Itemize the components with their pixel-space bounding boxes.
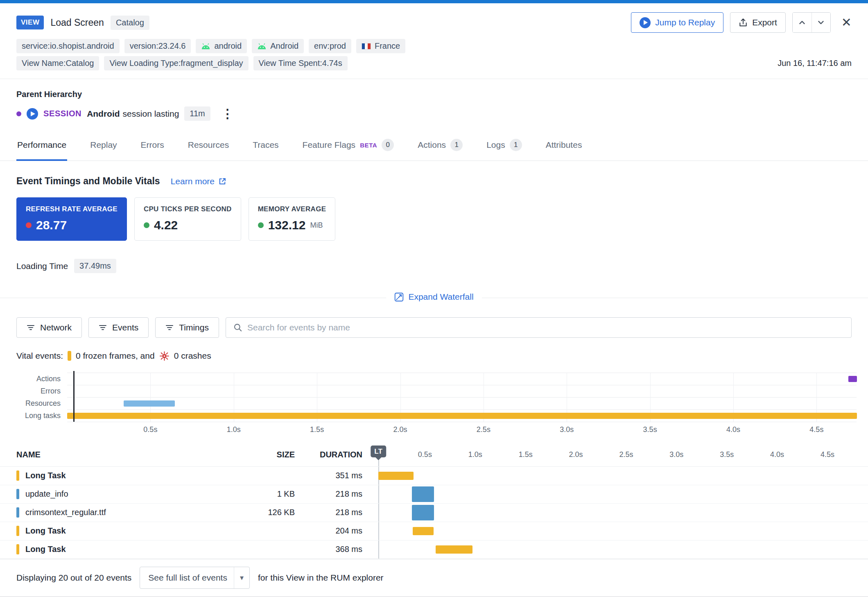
vital-events-summary: Vital events: 0 frozen frames, and 0 cra…: [0, 338, 868, 361]
search-box: [226, 317, 852, 338]
view-name-attr-tag[interactable]: View Name:Catalog: [16, 56, 99, 70]
tab-traces[interactable]: Traces: [252, 131, 279, 161]
jump-to-replay-label: Jump to Replay: [655, 18, 715, 27]
timeline-header: LT 0.5s1.0s1.5s2.0s2.5s3.0s3.5s4.0s4.5s: [375, 443, 852, 466]
event-name: Long Task: [25, 471, 66, 480]
metric-card-memory[interactable]: MEMORY AVERAGE 132.12 MiB: [249, 197, 336, 241]
tab-count-badge: 0: [382, 139, 394, 151]
event-name-cell: Long Task: [16, 470, 246, 481]
vital-events-label: Vital events:: [16, 351, 63, 361]
filter-icon: [27, 324, 35, 331]
vitals-cards: REFRESH RATE AVERAGE 28.77 CPU TICKS PER…: [0, 187, 868, 241]
tab-resources[interactable]: Resources: [187, 131, 230, 161]
event-type-badge: VIEW: [16, 16, 44, 29]
tab-performance[interactable]: Performance: [16, 131, 67, 161]
filter-network-button[interactable]: Network: [16, 317, 82, 338]
event-timeline-cell: [375, 467, 852, 485]
timeline-tick-label: 1.0s: [468, 450, 482, 459]
timeline-tick-label: 4.5s: [821, 450, 834, 459]
session-duration-tag: 11m: [184, 106, 210, 121]
event-duration: 351 ms: [295, 471, 362, 480]
table-row[interactable]: crimsontext_regular.ttf126 KB218 ms: [0, 504, 868, 522]
crash-icon: [159, 351, 170, 361]
export-button[interactable]: Export: [730, 12, 786, 33]
table-row[interactable]: Long Task351 ms: [0, 467, 868, 485]
learn-more-link[interactable]: Learn more: [171, 176, 226, 186]
mini-chart-tick-label: 4.5s: [809, 425, 823, 434]
previous-event-button[interactable]: [793, 13, 811, 32]
tab-count-badge: 1: [510, 139, 522, 151]
mini-chart-axis: 0.5s1.0s1.5s2.0s2.5s3.0s3.5s4.0s4.5s: [67, 422, 857, 436]
session-row[interactable]: SESSION Android session lasting 11m ⋮: [16, 106, 852, 121]
mini-chart-tick-label: 3.5s: [643, 425, 657, 434]
timeline-tick-label: 0.5s: [418, 450, 432, 459]
metric-card-cpu-ticks[interactable]: CPU TICKS PER SECOND 4.22: [134, 197, 241, 241]
mini-chart-bar: [124, 400, 175, 407]
session-dot-icon: [16, 111, 21, 116]
event-type-icon: [16, 507, 19, 518]
tab-attributes[interactable]: Attributes: [545, 131, 583, 161]
country-tag[interactable]: France: [356, 39, 405, 53]
service-tag[interactable]: service:io.shopist.android: [16, 39, 120, 53]
full-list-dropdown[interactable]: See full list of events ▾: [140, 567, 250, 589]
search-input[interactable]: [247, 323, 844, 332]
loading-time-label: Loading Time: [16, 261, 68, 271]
table-row[interactable]: update_info1 KB218 ms: [0, 485, 868, 504]
view-name-tag[interactable]: Catalog: [111, 16, 149, 30]
version-tag[interactable]: version:23.24.6: [124, 39, 191, 53]
event-duration: 368 ms: [295, 545, 362, 554]
column-header-duration: DURATION: [295, 450, 362, 459]
env-tag[interactable]: env:prod: [309, 39, 351, 53]
mini-chart-tick-label: 3.0s: [560, 425, 574, 434]
vitals-heading-row: Event Timings and Mobile Vitals Learn mo…: [0, 161, 868, 187]
filter-row: Network Events Timings: [0, 303, 868, 338]
tab-feature-flags[interactable]: Feature Flags BETA 0: [302, 131, 395, 161]
mini-timeline-chart: ActionsErrorsResourcesLong tasks 0.5s1.0…: [0, 361, 868, 436]
table-row[interactable]: Long Task204 ms: [0, 522, 868, 540]
tab-replay[interactable]: Replay: [89, 131, 118, 161]
timeline-tick-label: 3.5s: [720, 450, 734, 459]
mini-chart-tick-label: 1.0s: [227, 425, 241, 434]
export-label: Export: [752, 18, 777, 27]
tab-errors[interactable]: Errors: [140, 131, 165, 161]
tags-row-2: View Name:Catalog View Loading Type:frag…: [0, 53, 868, 70]
next-event-button[interactable]: [811, 13, 830, 32]
metric-card-refresh-rate[interactable]: REFRESH RATE AVERAGE 28.77: [16, 197, 127, 241]
event-duration-bar: [412, 486, 434, 502]
event-name: Long Task: [25, 526, 66, 536]
view-time-spent-tag[interactable]: View Time Spent:4.74s: [253, 56, 348, 70]
event-duration: 218 ms: [295, 508, 362, 517]
event-name-cell: Long Task: [16, 526, 246, 536]
mini-chart-row-labels: ActionsErrorsResourcesLong tasks: [16, 373, 67, 436]
close-button[interactable]: ✕: [841, 16, 852, 29]
event-timeline-cell: [375, 522, 852, 540]
session-replay-play-icon[interactable]: [27, 108, 38, 120]
source-tag[interactable]: android: [196, 39, 247, 53]
table-row[interactable]: Long Task368 ms: [0, 540, 868, 559]
event-size: 126 KB: [246, 508, 295, 517]
displaying-count-text: Displaying 20 out of 20 events: [16, 573, 131, 583]
tab-logs[interactable]: Logs 1: [486, 131, 523, 161]
search-icon: [233, 323, 242, 332]
play-icon: [640, 17, 651, 28]
column-header-name: NAME: [16, 450, 246, 459]
rum-event-detail-panel: VIEW Load Screen Catalog Jump to Replay …: [0, 0, 868, 597]
filter-events-button[interactable]: Events: [88, 317, 149, 338]
jump-to-replay-button[interactable]: Jump to Replay: [631, 12, 723, 33]
event-name-cell: crimsontext_regular.ttf: [16, 507, 246, 518]
mini-chart-tick-label: 4.0s: [726, 425, 740, 434]
tab-count-badge: 1: [450, 139, 463, 151]
view-loading-type-tag[interactable]: View Loading Type:fragment_display: [104, 56, 248, 70]
tab-actions[interactable]: Actions 1: [417, 131, 463, 161]
tags-row-1: service:io.shopist.android version:23.24…: [0, 36, 868, 53]
loading-time-tag[interactable]: 37.49ms: [74, 259, 116, 273]
mini-chart-row-label: Actions: [16, 373, 67, 385]
event-size: 1 KB: [246, 489, 295, 499]
expand-waterfall-link[interactable]: Expand Waterfall: [386, 292, 481, 302]
chevron-up-icon: [798, 18, 806, 27]
kebab-menu-icon[interactable]: ⋮: [222, 108, 234, 120]
session-description: Android session lasting: [87, 109, 179, 119]
top-accent-bar: [0, 0, 868, 3]
os-tag[interactable]: Android: [252, 39, 304, 53]
filter-timings-button[interactable]: Timings: [155, 317, 219, 338]
